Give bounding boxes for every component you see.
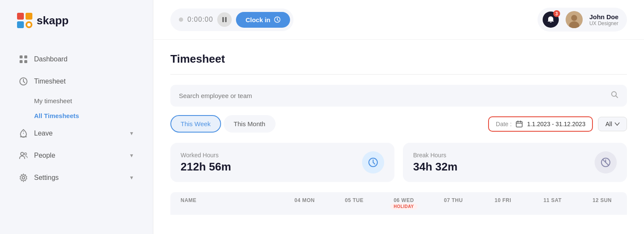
user-role: UX Designer <box>589 20 618 26</box>
svg-point-23 <box>571 15 577 21</box>
topbar: 0:00:00 Clock in <box>153 0 644 40</box>
col-thu: 07 THU <box>428 197 478 210</box>
settings-label: Settings <box>34 174 59 182</box>
svg-rect-6 <box>24 55 27 58</box>
sidebar-item-leave[interactable]: Leave ▼ <box>13 124 140 143</box>
svg-rect-27 <box>516 121 522 127</box>
svg-point-16 <box>22 176 25 179</box>
notification-button[interactable]: 3 <box>543 12 559 28</box>
dashboard-icon <box>19 55 28 64</box>
svg-line-33 <box>373 162 375 164</box>
col-sat: 11 SAT <box>528 197 577 210</box>
break-hours-icon <box>595 151 617 173</box>
stat-worked-value: 212h 56m <box>181 160 231 173</box>
sidebar-subitem-my-timesheet[interactable]: My timesheet <box>13 94 140 108</box>
main-content: 0:00:00 Clock in <box>153 0 644 234</box>
dashboard-label: Dashboard <box>34 55 67 63</box>
stat-break-label: Break Hours <box>413 152 457 159</box>
svg-rect-1 <box>26 13 32 20</box>
timer-dot <box>179 17 183 22</box>
col-mon: 04 MON <box>280 197 329 210</box>
svg-rect-2 <box>17 21 24 28</box>
search-icon <box>611 91 618 101</box>
svg-point-4 <box>27 23 31 26</box>
people-label: People <box>34 152 55 159</box>
sidebar-item-settings[interactable]: Settings ▼ <box>13 168 140 188</box>
col-wed: 06 WED Holiday <box>379 197 428 210</box>
holiday-badge: Holiday <box>390 203 417 210</box>
stat-worked-label: Worked Hours <box>181 152 231 159</box>
stat-card-break-hours: Break Hours 34h 32m <box>403 143 627 182</box>
sidebar-item-people[interactable]: People ▼ <box>13 146 140 165</box>
stats-row: Worked Hours 212h 56m Break Hours 34h 32… <box>170 143 627 182</box>
settings-chevron: ▼ <box>129 175 134 181</box>
svg-rect-8 <box>24 60 27 63</box>
settings-icon <box>19 173 28 182</box>
user-info: John Doe UX Designer <box>589 13 618 26</box>
svg-rect-7 <box>20 60 23 63</box>
svg-rect-17 <box>222 17 224 22</box>
col-name: NAME <box>170 197 280 210</box>
timer-widget: 0:00:00 Clock in <box>170 9 293 31</box>
timesheet-icon <box>19 77 28 86</box>
search-bar[interactable] <box>170 85 627 107</box>
timesheet-label: Timesheet <box>34 78 66 85</box>
svg-point-14 <box>21 153 24 156</box>
logo-text: skapp <box>37 14 69 27</box>
logo: skapp <box>13 13 140 28</box>
date-label: Date : <box>496 121 512 127</box>
tab-this-month[interactable]: This Month <box>224 115 276 133</box>
sidebar-subitem-all-timesheets[interactable]: All Timesheets <box>13 109 140 123</box>
svg-line-26 <box>616 96 618 98</box>
user-name: John Doe <box>589 13 618 20</box>
filter-row: This Week This Month Date : 1.1.2023 - 3… <box>170 115 627 133</box>
all-dropdown[interactable]: All <box>598 117 627 131</box>
col-sun: 12 SUN <box>578 197 627 210</box>
col-fri: 10 FRI <box>478 197 528 210</box>
tab-group: This Week This Month <box>170 115 276 133</box>
table-header: NAME 04 MON 05 TUE 06 WED Holiday 07 THU… <box>170 192 627 215</box>
notification-badge: 3 <box>553 10 560 17</box>
sidebar-nav: Dashboard Timesheet My timesheet All Tim… <box>13 49 140 190</box>
search-input[interactable] <box>179 92 611 99</box>
filter-right: Date : 1.1.2023 - 31.12.2023 All <box>488 116 627 132</box>
people-chevron: ▼ <box>129 153 134 159</box>
col-tue: 05 TUE <box>329 197 379 210</box>
svg-line-11 <box>23 81 25 83</box>
tab-this-week[interactable]: This Week <box>170 115 221 133</box>
timer-time: 0:00:00 <box>187 16 213 23</box>
svg-line-21 <box>277 20 279 21</box>
svg-point-15 <box>25 153 27 155</box>
stat-break-value: 34h 32m <box>413 160 457 173</box>
content-area: Timesheet This Week This Month Date : <box>153 40 644 234</box>
stat-break-info: Break Hours 34h 32m <box>413 152 457 173</box>
leave-label: Leave <box>34 130 53 137</box>
user-area: 3 John Doe UX Designer <box>538 8 627 32</box>
people-icon <box>19 151 28 160</box>
leave-icon <box>19 129 28 138</box>
stat-worked-info: Worked Hours 212h 56m <box>181 152 231 173</box>
svg-rect-0 <box>17 13 24 20</box>
clock-in-button[interactable]: Clock in <box>236 12 290 28</box>
page-title: Timesheet <box>170 52 627 66</box>
sidebar-item-dashboard[interactable]: Dashboard <box>13 49 140 69</box>
timer-pause-button[interactable] <box>217 12 232 27</box>
sidebar: skapp Dashboard <box>0 0 153 234</box>
stat-card-worked-hours: Worked Hours 212h 56m <box>170 143 394 182</box>
leave-chevron: ▼ <box>129 130 134 136</box>
divider <box>170 74 627 75</box>
date-filter[interactable]: Date : 1.1.2023 - 31.12.2023 <box>488 116 593 132</box>
svg-rect-18 <box>225 17 227 22</box>
date-value: 1.1.2023 - 31.12.2023 <box>527 121 585 127</box>
logo-icon <box>17 13 32 28</box>
user-avatar <box>566 11 583 28</box>
worked-hours-icon <box>362 151 384 173</box>
svg-rect-5 <box>20 55 23 58</box>
sidebar-item-timesheet[interactable]: Timesheet <box>13 72 140 91</box>
